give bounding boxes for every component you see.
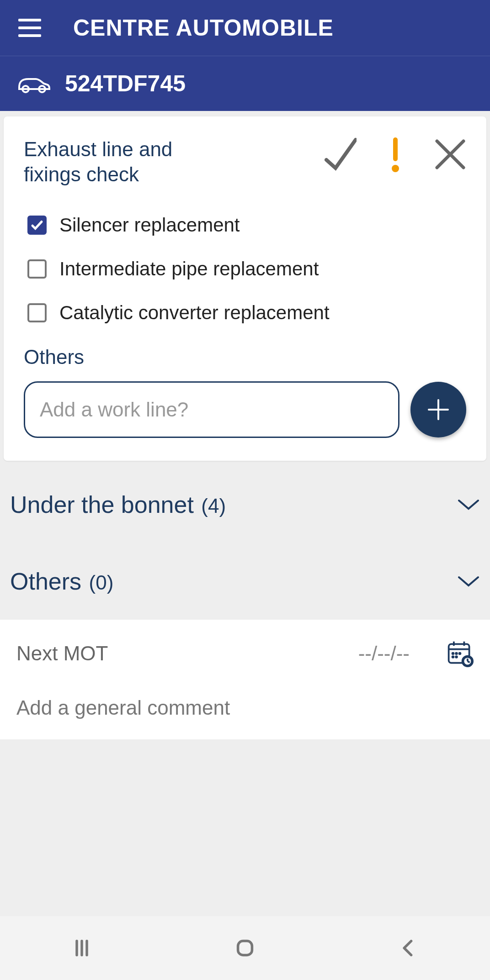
accordion-title: Under the bonnet (10, 491, 194, 518)
nav-recent-icon[interactable] (68, 934, 96, 962)
system-navbar (0, 916, 490, 980)
status-controls (325, 137, 466, 170)
chevron-down-icon (457, 574, 480, 588)
check-label: Intermediate pipe replacement (59, 258, 319, 280)
check-card: Exhaust line and fixings check Silencer … (4, 116, 486, 461)
accordion-under-bonnet[interactable]: Under the bonnet (4) (0, 466, 490, 543)
status-ok-icon[interactable] (325, 138, 357, 170)
svg-point-12 (456, 656, 457, 658)
nav-home-icon[interactable] (231, 934, 259, 962)
check-item: Catalytic converter replacement (24, 302, 466, 324)
svg-rect-20 (238, 941, 252, 955)
work-line-input[interactable] (24, 381, 399, 438)
check-item: Intermediate pipe replacement (24, 258, 466, 280)
car-icon (16, 74, 51, 94)
svg-point-10 (459, 653, 461, 654)
svg-point-3 (392, 165, 399, 172)
checkbox-silencer[interactable] (27, 216, 47, 235)
accordion-count: (4) (201, 495, 226, 517)
app-title: CENTRE AUTOMOBILE (73, 15, 334, 41)
menu-icon[interactable] (18, 19, 41, 37)
vehicle-header: 524TDF745 (0, 56, 490, 111)
accordion-title: Others (10, 568, 81, 595)
svg-rect-2 (393, 137, 398, 161)
status-fail-icon[interactable] (434, 138, 466, 170)
app-header: CENTRE AUTOMOBILE (0, 0, 490, 56)
others-label: Others (24, 346, 466, 369)
accordion-count: (0) (89, 571, 114, 594)
svg-line-16 (468, 661, 470, 663)
add-work-button[interactable] (410, 382, 466, 437)
check-item: Silencer replacement (24, 214, 466, 236)
svg-point-8 (453, 653, 454, 654)
accordion-others[interactable]: Others (0) (0, 543, 490, 620)
checkbox-intermediate[interactable] (27, 259, 47, 279)
check-label: Silencer replacement (59, 214, 240, 236)
comment-input[interactable]: Add a general comment (0, 687, 490, 739)
next-mot-date: --/--/-- (358, 642, 410, 665)
vehicle-plate: 524TDF745 (65, 70, 186, 97)
next-mot-label: Next MOT (16, 642, 108, 665)
next-mot-row: Next MOT --/--/-- (0, 620, 490, 687)
svg-point-11 (453, 656, 454, 658)
section-title: Exhaust line and fixings check (24, 137, 207, 187)
status-warning-icon[interactable] (379, 138, 411, 170)
calendar-icon[interactable] (446, 640, 474, 667)
check-label: Catalytic converter replacement (59, 302, 330, 324)
nav-back-icon[interactable] (394, 934, 422, 962)
svg-point-9 (456, 653, 457, 654)
checkbox-catalytic[interactable] (27, 303, 47, 322)
chevron-down-icon (457, 498, 480, 511)
